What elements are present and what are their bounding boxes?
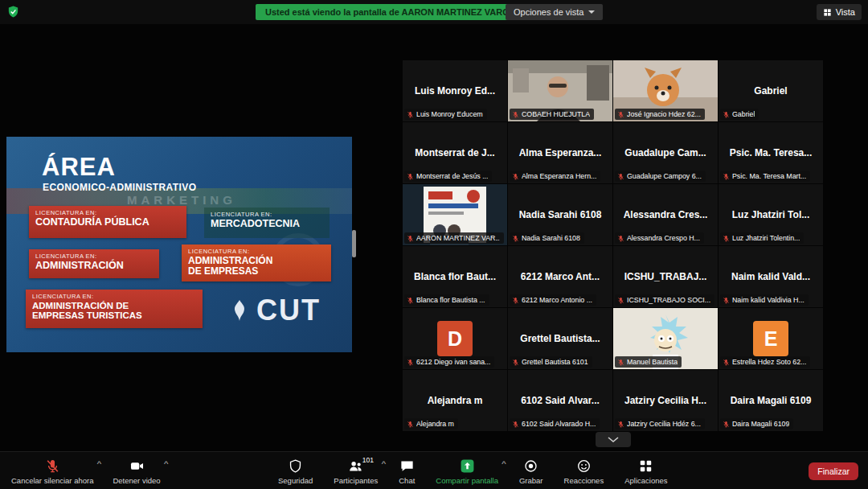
participant-label-text: Alessandra Crespo H... <box>627 234 700 242</box>
participant-tile[interactable]: GabrielGabriel <box>719 60 823 121</box>
cut-logo: CUT <box>230 296 321 325</box>
toolbar-item-aplicaciones[interactable]: Aplicaciones <box>616 454 675 488</box>
participant-label-text: Jatziry Cecilia Hdéz 6... <box>627 420 701 428</box>
participant-tile[interactable]: Alma Esperanza...Alma Esperanza Hern... <box>508 122 612 183</box>
toolbar-item-cancelar-silenciar-ahora[interactable]: ^Cancelar silenciar ahora <box>3 454 101 488</box>
participant-label-text: José Ignacio Hdez 62... <box>627 110 701 118</box>
participant-tile[interactable]: 6212 Marco Ant...6212 Marco Antonio ... <box>508 246 612 307</box>
participant-label: 6212 Diego ivan sana... <box>404 356 494 368</box>
toolbar-item-label: Aplicaciones <box>624 476 667 485</box>
participant-tile[interactable]: Luis Monroy Ed...Luis Monroy Educem <box>403 60 507 121</box>
toolbar-item-label: Chat <box>399 476 415 485</box>
chevron-up-icon[interactable]: ^ <box>502 460 506 466</box>
chevron-down-icon <box>608 437 619 443</box>
mic-muted-icon <box>617 235 624 242</box>
participant-label: Luz Jhatziri Tolentin... <box>720 232 804 244</box>
participant-label-text: Blanca flor Bautista ... <box>416 296 485 304</box>
mic-muted-icon <box>512 297 519 304</box>
divider-handle[interactable] <box>352 230 356 257</box>
participant-label: Psic. Ma. Teresa Mart... <box>720 171 810 182</box>
toolbar-item-seguridad[interactable]: Seguridad <box>270 454 321 488</box>
participant-tile[interactable]: José Ignacio Hdez 62... <box>613 60 718 121</box>
mic-muted-icon <box>617 359 624 366</box>
reactions-icon <box>576 458 592 474</box>
participant-tile[interactable]: EEstrella Hdez Soto 62... <box>719 308 823 369</box>
participant-tile[interactable]: ICSHU_TRABAJ...ICSHU_TRABAJO SOCI... <box>613 246 718 307</box>
toolbar-item-participantes[interactable]: 101^Participantes <box>326 454 386 488</box>
chevron-up-icon[interactable]: ^ <box>164 460 169 466</box>
participants-grid: Luis Monroy Ed...Luis Monroy EducemCOBAE… <box>403 60 823 431</box>
chevron-up-icon[interactable]: ^ <box>381 460 386 466</box>
participant-label: AARON MARTINEZ VAR... <box>404 232 504 244</box>
zoom-window: Usted está viendo la pantalla de AARON M… <box>0 0 868 489</box>
mic-muted-icon <box>407 235 414 242</box>
participant-label: 6102 Said Alvarado H... <box>510 418 600 429</box>
mic-muted-icon <box>723 297 730 304</box>
mic-muted-icon <box>407 421 414 428</box>
toolbar-item-label: Seguridad <box>278 476 313 485</box>
participant-tile[interactable]: Alessandra Cres...Alessandra Crespo H... <box>613 184 718 245</box>
participant-tile[interactable]: 6102 Said Alvar...6102 Said Alvarado H..… <box>508 370 612 431</box>
end-meeting-button[interactable]: Finalizar <box>809 462 858 480</box>
toolbar-item-label: Compartir pantalla <box>436 476 498 485</box>
participant-label: Daira Magali 6109 <box>720 418 793 429</box>
participant-tile[interactable]: Alejandra mAlejandra m <box>403 370 507 431</box>
mic-muted-icon <box>617 421 624 428</box>
chevron-up-icon[interactable]: ^ <box>97 460 102 466</box>
bottom-toolbar: ^Cancelar silenciar ahora^Detener video … <box>0 451 868 489</box>
participant-label-text: Manuel Bautista <box>627 358 678 366</box>
share-screen-icon <box>460 458 475 474</box>
vista-button[interactable]: Vista <box>817 4 862 20</box>
participant-label: Alejandra m <box>404 418 458 429</box>
toolbar-item-compartir-pantalla[interactable]: ^Compartir pantalla <box>428 454 506 488</box>
participant-tile[interactable]: Psic. Ma. Teresa...Psic. Ma. Teresa Mart… <box>719 122 823 183</box>
participant-tile[interactable]: Jatziry Cecilia H...Jatziry Cecilia Hdéz… <box>613 370 718 431</box>
toolbar-item-detener-video[interactable]: ^Detener video <box>104 454 168 488</box>
grid-view-icon <box>823 8 832 17</box>
participant-label-text: 6102 Said Alvarado H... <box>522 420 596 428</box>
participant-tile[interactable]: Manuel Bautista <box>613 308 718 369</box>
participant-label-text: Nadia Sarahi 6108 <box>522 234 580 242</box>
mic-off-icon <box>45 458 60 474</box>
participant-tile[interactable]: Naim kalid Vald...Naim kalid Valdivia H.… <box>719 246 823 307</box>
participants-icon <box>348 458 363 474</box>
collapse-grid-button[interactable] <box>596 432 631 447</box>
participant-tile[interactable]: Daira Magali 6109Daira Magali 6109 <box>719 370 823 431</box>
mic-muted-icon <box>407 111 414 118</box>
slide-subtitle: ECONOMICO-ADMINISTRATIVO <box>43 182 196 193</box>
participant-tile[interactable]: Blanca flor Baut...Blanca flor Bautista … <box>403 246 507 307</box>
program-mercadotecnia: LICENCIATURA EN: MERCADOTECNIA <box>204 208 330 238</box>
toolbar-item-reacciones[interactable]: Reacciones <box>556 454 612 488</box>
slide-watermark: MARKETING <box>127 193 236 207</box>
toolbar-item-label: Grabar <box>519 476 543 485</box>
mic-muted-icon <box>723 111 730 118</box>
participant-tile[interactable]: Nadia Sarahi 6108Nadia Sarahi 6108 <box>508 184 612 245</box>
participant-label-text: 6212 Marco Antonio ... <box>522 296 592 304</box>
participant-tile[interactable]: Grettel Bautista...Grettel Bautista 6101 <box>508 308 612 369</box>
toolbar-item-label: Reacciones <box>564 476 604 485</box>
toolbar-item-label: Detener video <box>113 476 160 485</box>
mic-muted-icon <box>407 297 414 304</box>
mic-muted-icon <box>512 359 519 366</box>
participant-tile[interactable]: D6212 Diego ivan sana... <box>403 308 507 369</box>
view-options-button[interactable]: Opciones de vista <box>506 4 603 20</box>
participant-label: COBAEH HUEJUTLA <box>510 109 594 120</box>
program-administracion-empresas-turisticas: LICENCIATURA EN: ADMINISTRACIÓN DE EMPRE… <box>26 290 203 328</box>
participant-tile[interactable]: AARON MARTINEZ VAR... <box>403 184 507 245</box>
chat-icon <box>399 458 415 474</box>
participant-tile[interactable]: COBAEH HUEJUTLA <box>508 60 612 121</box>
chevron-down-icon <box>588 10 595 14</box>
camera-icon <box>129 458 145 474</box>
participant-label-text: Montserrat de Jesús ... <box>416 172 488 180</box>
participant-tile[interactable]: Montserrat de J...Montserrat de Jesús ..… <box>403 122 507 183</box>
participant-label-text: Naim kalid Valdivia H... <box>732 296 805 304</box>
participant-label-text: Grettel Bautista 6101 <box>522 358 588 366</box>
mic-muted-icon <box>617 297 624 304</box>
participant-label: Manuel Bautista <box>615 356 682 368</box>
participant-tile[interactable]: Luz Jhatziri Tol...Luz Jhatziri Tolentin… <box>719 184 823 245</box>
participant-label: Luis Monroy Educem <box>404 109 487 120</box>
participant-label-text: COBAEH HUEJUTLA <box>522 110 590 118</box>
toolbar-item-chat[interactable]: Chat <box>391 454 423 488</box>
toolbar-item-grabar[interactable]: Grabar <box>511 454 551 488</box>
participant-tile[interactable]: Guadalupe Cam...Guadalupe Campoy 6... <box>613 122 718 183</box>
